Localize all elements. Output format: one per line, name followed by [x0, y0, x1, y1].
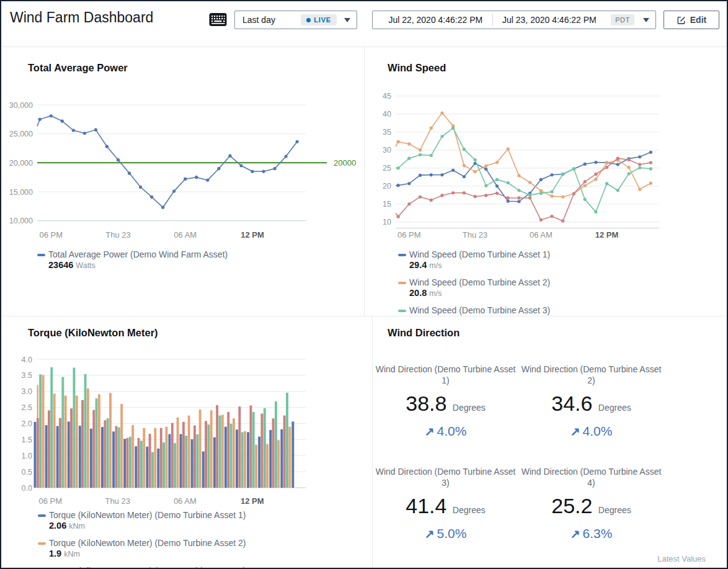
legend-unit: Watts	[76, 261, 95, 270]
trend-percent: 4.0%	[437, 424, 467, 438]
legend-swatch-icon	[398, 282, 406, 284]
edit-button[interactable]: Edit	[664, 11, 719, 29]
date-range-end: Jul 23, 2020 4:46:22 PM	[493, 15, 606, 25]
panel-torque: Torque (KiloNewton Meter) 4.03.53.02.52.…	[1, 316, 373, 568]
y-tick-label: 25,000	[9, 130, 33, 138]
legend-swatch-icon	[38, 542, 46, 545]
legend-swatch-icon	[398, 254, 406, 256]
panel-title: Total Average Power	[28, 62, 128, 74]
trend-up-arrow-icon: ↗	[570, 527, 580, 540]
legend-latest-value: 29.4 m/s	[398, 260, 550, 271]
keyboard-shortcuts-button[interactable]	[208, 12, 228, 29]
legend-label: Wind Speed (Demo Turbine Asset 1)	[409, 249, 550, 260]
series-1	[37, 114, 299, 209]
x-tick-label: 12 PM	[595, 230, 619, 240]
date-range-start: Jul 22, 2020 4:46:22 PM	[379, 15, 492, 25]
y-tick-label: 45	[383, 92, 391, 101]
date-range-select[interactable]: Jul 22, 2020 4:46:22 PM Jul 23, 2020 4:4…	[372, 11, 656, 29]
legend-unit: kNm	[69, 522, 85, 531]
panel-title: Wind Speed	[388, 62, 446, 74]
trend-up-arrow-icon: ↗	[425, 425, 435, 438]
kpi-card: Wind Direction (Demo Turbine Asset1)38.8…	[373, 364, 518, 466]
legend-swatch-icon	[398, 310, 406, 312]
keyboard-icon	[209, 12, 227, 27]
legend-label: Wind Speed (Demo Turbine Asset 3)	[409, 305, 550, 316]
trend-up-arrow-icon: ↗	[425, 527, 435, 540]
legend-item: Total Average Power (Demo Wind Farm Asse…	[37, 249, 228, 277]
y-tick-label: 1.5	[22, 436, 32, 444]
kpi-value: 25.2 Degrees	[518, 494, 664, 522]
legend-item: Torque (KiloNewton Meter) (Demo Turbine …	[38, 510, 246, 538]
kpi-label: Wind Direction (Demo Turbine Asset3)	[373, 466, 518, 488]
legend-swatch-icon	[37, 254, 45, 256]
y-tick-label: 20,000	[9, 159, 33, 168]
y-tick-label: 20	[383, 182, 391, 190]
legend-label: Torque (KiloNewton Meter) (Demo Turbine …	[49, 566, 246, 568]
legend-latest-value: 23646 Watts	[37, 260, 228, 271]
legend-item: Torque (KiloNewton Meter) (Demo Turbine …	[38, 566, 246, 568]
legend-unit: kNm	[64, 550, 80, 558]
y-tick-label: 30,000	[9, 101, 33, 110]
kpi-unit: Degrees	[453, 505, 486, 515]
chevron-down-icon	[643, 18, 649, 22]
threshold-label: 20000	[334, 158, 356, 168]
legend-label: Torque (KiloNewton Meter) (Demo Turbine …	[49, 538, 246, 549]
legend-unit: m/s	[429, 261, 442, 270]
trend-percent: 6.3%	[583, 526, 613, 540]
total-average-power-line-chart[interactable]: 30,00025,00020,00015,00010,00006 PMThu 2…	[1, 90, 365, 245]
trend-percent: 5.0%	[437, 526, 467, 540]
kpi-card: Wind Direction (Demo Turbine Asset2)34.6…	[518, 364, 664, 466]
wind-speed-line-chart[interactable]: 454035302520151006 PMThu 2306 AM12 PM	[365, 90, 727, 245]
kpi-trend: ↗6.3%	[518, 526, 664, 541]
panel-total-average-power: Total Average Power 30,00025,00020,00015…	[1, 47, 365, 316]
timezone-badge: PDT	[611, 14, 634, 25]
legend-swatch-icon	[38, 514, 46, 517]
kpi-trend: ↗4.0%	[518, 424, 664, 439]
series-4	[396, 157, 652, 223]
kpi-unit: Degrees	[453, 403, 486, 413]
legend-latest-value: 20.8 m/s	[398, 288, 550, 299]
time-range-label: Last day	[242, 15, 275, 25]
torque-bar-chart[interactable]: 4.03.53.02.52.01.51.00.50.006 PMThu 2306…	[1, 347, 365, 510]
y-tick-label: 35	[383, 128, 391, 137]
legend-label: Torque (KiloNewton Meter) (Demo Turbine …	[49, 510, 246, 521]
kpi-card: Wind Direction (Demo Turbine Asset4)25.2…	[518, 466, 664, 568]
x-tick-label: 06 AM	[174, 230, 197, 240]
x-tick-label: 06 PM	[39, 496, 63, 506]
chart-legend: Total Average Power (Demo Wind Farm Asse…	[37, 249, 228, 277]
legend-item: Wind Speed (Demo Turbine Asset 3)	[398, 305, 550, 316]
kpi-card: Wind Direction (Demo Turbine Asset3)41.4…	[373, 466, 518, 568]
legend-item: Torque (KiloNewton Meter) (Demo Turbine …	[38, 538, 246, 566]
y-tick-label: 1.0	[22, 452, 32, 460]
live-dot-icon	[306, 18, 311, 22]
y-tick-label: 2.5	[22, 403, 32, 412]
trend-percent: 4.0%	[583, 424, 613, 438]
edit-icon	[677, 16, 686, 25]
x-tick-label: 06 PM	[39, 230, 63, 240]
panel-wind-speed: Wind Speed 454035302520151006 PMThu 2306…	[365, 47, 727, 316]
chevron-down-icon	[344, 18, 350, 22]
latest-values-label: Latest Values	[657, 554, 706, 563]
x-tick-label: Thu 23	[463, 230, 487, 240]
kpi-trend: ↗4.0%	[373, 424, 518, 439]
live-badge: LIVE	[301, 14, 337, 25]
series-3	[396, 127, 652, 213]
kpi-unit: Degrees	[598, 403, 631, 413]
y-tick-label: 15	[383, 200, 391, 208]
kpi-grid: Wind Direction (Demo Turbine Asset1)38.8…	[373, 364, 664, 568]
panel-wind-direction: Wind Direction Wind Direction (Demo Turb…	[373, 316, 727, 568]
y-tick-label: 3.5	[22, 371, 32, 380]
y-tick-label: 3.0	[22, 387, 32, 396]
series-1	[396, 151, 652, 204]
y-tick-label: 15,000	[9, 188, 33, 197]
panel-title: Torque (KiloNewton Meter)	[28, 327, 158, 339]
bar-groups	[34, 367, 295, 488]
x-tick-label: 12 PM	[241, 496, 264, 506]
kpi-value: 38.8 Degrees	[373, 392, 518, 419]
panel-title: Wind Direction	[388, 327, 459, 339]
legend-label: Total Average Power (Demo Wind Farm Asse…	[48, 249, 228, 260]
kpi-label: Wind Direction (Demo Turbine Asset1)	[373, 364, 518, 386]
kpi-trend: ↗5.0%	[373, 526, 518, 541]
x-tick-label: Thu 23	[105, 496, 130, 506]
time-range-select[interactable]: Last day LIVE	[234, 11, 357, 29]
